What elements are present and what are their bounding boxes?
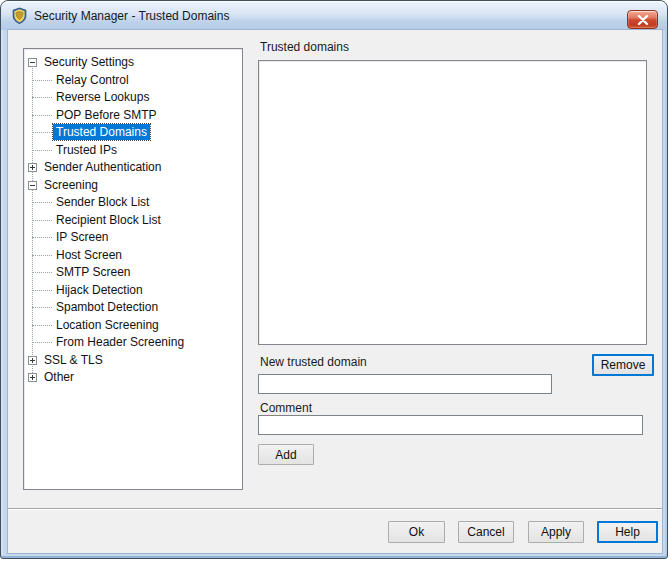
tree-item-label: From Header Screening — [53, 334, 187, 350]
tree-item-from-header-screening[interactable]: From Header Screening — [24, 333, 242, 351]
tree-item-label: SMTP Screen — [53, 264, 133, 280]
tree-item-label: Reverse Lookups — [53, 89, 152, 105]
comment-input[interactable] — [258, 415, 643, 435]
new-trusted-domain-input[interactable] — [258, 374, 552, 394]
tree-item-label: Trusted IPs — [53, 142, 120, 158]
tree-item-sender-authentication[interactable]: Sender Authentication — [24, 158, 242, 176]
remove-button[interactable]: Remove — [592, 354, 654, 376]
tree-item-hijack-detection[interactable]: Hijack Detection — [24, 281, 242, 299]
tree-connector-stub — [32, 150, 52, 151]
expand-plus-icon[interactable] — [28, 373, 37, 382]
window-title: Security Manager - Trusted Domains — [34, 9, 229, 23]
tree-item-other[interactable]: Other — [24, 368, 242, 386]
cancel-button[interactable]: Cancel — [458, 521, 514, 543]
tree-connector-stub — [32, 115, 52, 116]
tree-connector-stub — [32, 290, 52, 291]
tree-connector-stub — [32, 325, 52, 326]
tree-item-label: Screening — [41, 177, 101, 193]
new-trusted-domain-label: New trusted domain — [260, 355, 367, 369]
tree-item-label: Location Screening — [53, 317, 162, 333]
tree-item-label: Hijack Detection — [53, 282, 146, 298]
tree-connector-stub — [32, 255, 52, 256]
ok-button[interactable]: Ok — [388, 521, 445, 543]
dialog-client-area: Security SettingsRelay ControlReverse Lo… — [8, 30, 662, 553]
tree-connector-stub — [32, 342, 52, 343]
expand-plus-icon[interactable] — [28, 163, 37, 172]
security-manager-dialog: Security Manager - Trusted Domains Secur… — [0, 0, 668, 559]
tree-item-label: SSL & TLS — [41, 352, 106, 368]
tree-connector-stub — [32, 237, 52, 238]
tree-item-pop-before-smtp[interactable]: POP Before SMTP — [24, 106, 242, 124]
apply-button[interactable]: Apply — [528, 521, 584, 543]
close-x-icon — [637, 15, 649, 25]
tree-item-recipient-block-list[interactable]: Recipient Block List — [24, 211, 242, 229]
settings-tree[interactable]: Security SettingsRelay ControlReverse Lo… — [23, 48, 243, 490]
tree-item-sender-block-list[interactable]: Sender Block List — [24, 193, 242, 211]
tree-item-ssl-tls[interactable]: SSL & TLS — [24, 351, 242, 369]
tree-item-ip-screen[interactable]: IP Screen — [24, 228, 242, 246]
tree-item-label: Other — [41, 369, 77, 385]
help-button[interactable]: Help — [597, 521, 658, 543]
tree-item-spambot-detection[interactable]: Spambot Detection — [24, 298, 242, 316]
tree-connector-stub — [32, 132, 52, 133]
tree-item-label: IP Screen — [53, 229, 111, 245]
tree-connector-stub — [32, 220, 52, 221]
tree-item-label: Sender Authentication — [41, 159, 164, 175]
tree-item-label: Recipient Block List — [53, 212, 164, 228]
tree-item-smtp-screen[interactable]: SMTP Screen — [24, 263, 242, 281]
tree-item-host-screen[interactable]: Host Screen — [24, 246, 242, 264]
footer-separator — [8, 508, 662, 510]
tree-item-label: Relay Control — [53, 72, 132, 88]
trusted-domains-listbox[interactable] — [258, 60, 647, 345]
collapse-minus-icon[interactable] — [28, 181, 37, 190]
trusted-domains-label: Trusted domains — [260, 40, 349, 54]
tree-item-label: Spambot Detection — [53, 299, 161, 315]
expand-plus-icon[interactable] — [28, 356, 37, 365]
tree-item-location-screening[interactable]: Location Screening — [24, 316, 242, 334]
tree-item-trusted-domains[interactable]: Trusted Domains — [24, 123, 242, 141]
tree-item-security-settings[interactable]: Security Settings — [24, 53, 242, 71]
tree-connector-stub — [32, 307, 52, 308]
close-button[interactable] — [627, 10, 658, 29]
tree-connector-stub — [32, 97, 52, 98]
tree-item-screening[interactable]: Screening — [24, 176, 242, 194]
tree-connector-stub — [32, 202, 52, 203]
comment-label: Comment — [260, 401, 312, 415]
app-shield-icon — [11, 7, 28, 24]
tree-connector-stub — [32, 80, 52, 81]
tree-item-label: Host Screen — [53, 247, 125, 263]
tree-connector-stub — [32, 272, 52, 273]
tree-item-reverse-lookups[interactable]: Reverse Lookups — [24, 88, 242, 106]
tree-item-label: Trusted Domains — [53, 124, 150, 140]
tree-item-label: POP Before SMTP — [53, 107, 159, 123]
tree-item-label: Sender Block List — [53, 194, 152, 210]
collapse-minus-icon[interactable] — [28, 58, 37, 67]
tree-item-trusted-ips[interactable]: Trusted IPs — [24, 141, 242, 159]
tree-item-relay-control[interactable]: Relay Control — [24, 71, 242, 89]
titlebar[interactable]: Security Manager - Trusted Domains — [1, 1, 667, 30]
add-button[interactable]: Add — [258, 444, 314, 465]
tree-item-label: Security Settings — [41, 54, 137, 70]
